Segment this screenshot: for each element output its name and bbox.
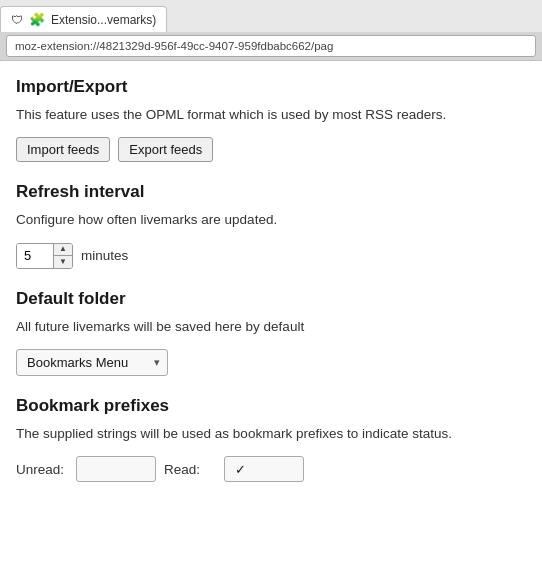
address-bar-row: moz-extension://4821329d-956f-49cc-9407-… — [0, 32, 542, 60]
tab-bar: 🛡 🧩 Extensio...vemarks) — [0, 0, 542, 32]
spinner-down-button[interactable]: ▼ — [54, 256, 72, 268]
prefix-row: Unread: Read: ✓ — [16, 456, 526, 482]
import-export-description: This feature uses the OPML format which … — [16, 105, 526, 125]
folder-select[interactable]: Bookmarks Menu Bookmarks Toolbar Other B… — [16, 349, 168, 376]
import-export-buttons: Import feeds Export feeds — [16, 137, 526, 162]
minutes-label: minutes — [81, 248, 128, 263]
unread-label: Unread: — [16, 462, 68, 477]
shield-icon: 🛡 — [11, 13, 23, 27]
export-feeds-button[interactable]: Export feeds — [118, 137, 213, 162]
bookmark-prefixes-section: Bookmark prefixes The supplied strings w… — [16, 396, 526, 482]
active-tab[interactable]: 🛡 🧩 Extensio...vemarks) — [0, 6, 167, 32]
refresh-interval-description: Configure how often livemarks are update… — [16, 210, 526, 230]
unread-prefix-input[interactable] — [76, 456, 156, 482]
import-feeds-button[interactable]: Import feeds — [16, 137, 110, 162]
address-bar: moz-extension://4821329d-956f-49cc-9407-… — [6, 35, 536, 57]
default-folder-section: Default folder All future livemarks will… — [16, 289, 526, 376]
address-text: moz-extension://4821329d-956f-49cc-9407-… — [15, 40, 333, 52]
import-export-heading: Import/Export — [16, 77, 526, 97]
bookmark-prefixes-description: The supplied strings will be used as boo… — [16, 424, 526, 444]
default-folder-heading: Default folder — [16, 289, 526, 309]
puzzle-icon: 🧩 — [29, 12, 45, 27]
refresh-row: ▲ ▼ minutes — [16, 243, 526, 269]
page-content: Import/Export This feature uses the OPML… — [0, 61, 542, 522]
folder-select-wrapper: Bookmarks Menu Bookmarks Toolbar Other B… — [16, 349, 168, 376]
refresh-interval-section: Refresh interval Configure how often liv… — [16, 182, 526, 268]
read-checkmark: ✓ — [235, 462, 246, 477]
read-prefix-value: ✓ — [224, 456, 304, 482]
import-export-section: Import/Export This feature uses the OPML… — [16, 77, 526, 162]
refresh-interval-heading: Refresh interval — [16, 182, 526, 202]
tab-label: Extensio...vemarks) — [51, 13, 156, 27]
spinner-up-button[interactable]: ▲ — [54, 244, 72, 257]
refresh-value-input[interactable] — [17, 244, 53, 268]
bookmark-prefixes-heading: Bookmark prefixes — [16, 396, 526, 416]
read-label: Read: — [164, 462, 216, 477]
browser-chrome: 🛡 🧩 Extensio...vemarks) moz-extension://… — [0, 0, 542, 61]
default-folder-description: All future livemarks will be saved here … — [16, 317, 526, 337]
refresh-spinner: ▲ ▼ — [16, 243, 73, 269]
spinner-controls: ▲ ▼ — [53, 244, 72, 268]
